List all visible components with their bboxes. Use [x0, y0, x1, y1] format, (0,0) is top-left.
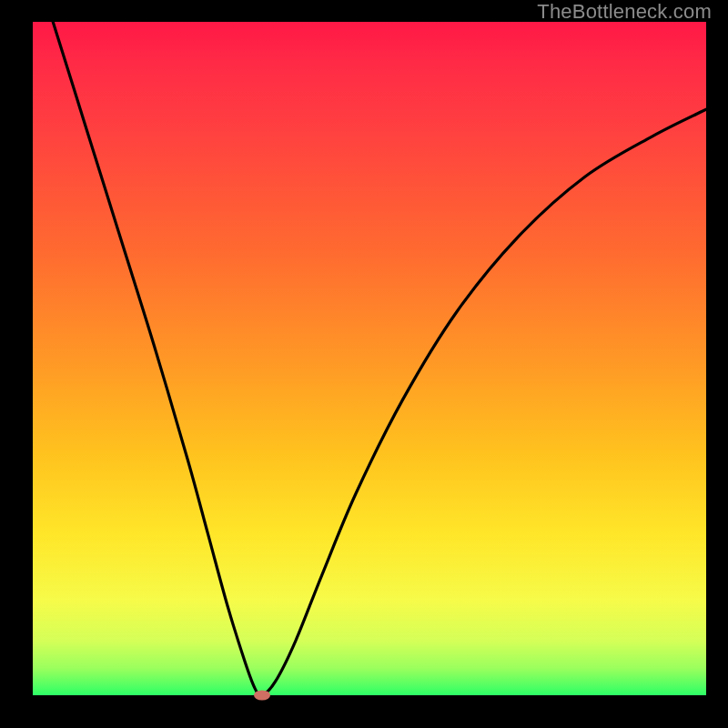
chart-frame: TheBottleneck.com — [0, 0, 728, 728]
bottleneck-curve — [53, 22, 706, 695]
plot-area — [33, 22, 706, 695]
minimum-marker — [254, 691, 270, 701]
watermark-text: TheBottleneck.com — [537, 0, 712, 24]
curve-svg — [33, 22, 706, 695]
